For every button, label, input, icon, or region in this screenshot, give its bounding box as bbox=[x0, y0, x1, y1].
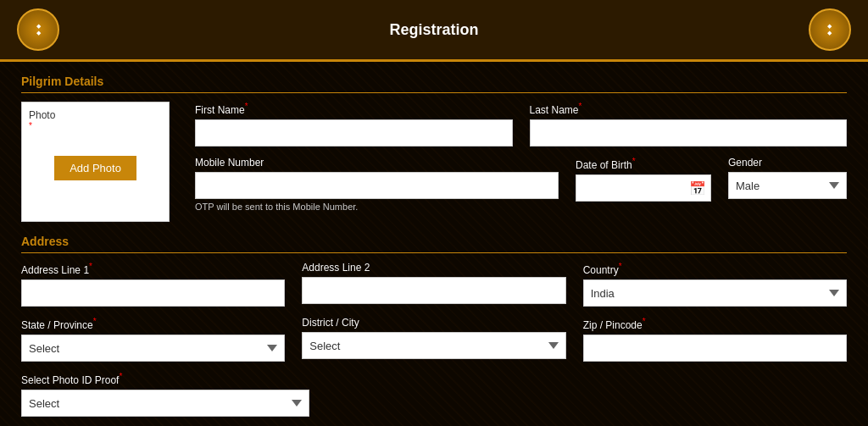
address-line1-label: Address Line 1* bbox=[21, 262, 285, 276]
district-city-group: District / City Select bbox=[302, 317, 565, 359]
dob-label: Date of Birth* bbox=[576, 157, 711, 171]
photo-id-proof-group: Select Photo ID Proof* Select bbox=[21, 372, 309, 417]
address-section-title: Address bbox=[21, 235, 847, 253]
state-province-group: State / Province* Select bbox=[21, 317, 285, 362]
gender-select[interactable]: Male Female Other bbox=[728, 172, 847, 199]
photo-id-proof-select[interactable]: Select bbox=[21, 390, 309, 417]
dob-group: Date of Birth* 📅 bbox=[576, 157, 711, 202]
mobile-number-input[interactable] bbox=[195, 172, 559, 199]
mobile-number-group: Mobile Number OTP will be sent to this M… bbox=[195, 157, 559, 212]
logo-left-area: ◆◆ bbox=[17, 8, 59, 51]
zip-pincode-input[interactable] bbox=[583, 335, 847, 362]
add-photo-button[interactable]: Add Photo bbox=[54, 156, 136, 180]
zip-required: * bbox=[643, 317, 646, 326]
photo-id-proof-label: Select Photo ID Proof* bbox=[21, 372, 309, 386]
district-city-label: District / City bbox=[302, 317, 565, 329]
photo-upload-box: Photo * Add Photo bbox=[21, 102, 170, 222]
state-province-select[interactable]: Select bbox=[21, 335, 285, 362]
photo-id-required: * bbox=[119, 372, 122, 381]
pilgrim-details-section-title: Pilgrim Details bbox=[21, 75, 847, 93]
district-city-select[interactable]: Select bbox=[302, 332, 565, 359]
logo-right-icon: ◆◆ bbox=[809, 8, 851, 51]
first-name-group: First Name* bbox=[195, 102, 513, 147]
mobile-hint-text: OTP will be sent to this Mobile Number. bbox=[195, 202, 559, 212]
address-line1-input[interactable] bbox=[21, 279, 285, 307]
logo-right-area: ◆◆ bbox=[809, 8, 851, 51]
photo-required-star: * bbox=[29, 121, 32, 130]
photo-label: Photo bbox=[29, 109, 55, 121]
mobile-number-label: Mobile Number bbox=[195, 157, 559, 169]
addr1-required: * bbox=[89, 262, 92, 271]
first-name-input[interactable] bbox=[195, 119, 513, 147]
country-select[interactable]: India Other bbox=[583, 279, 847, 307]
zip-pincode-group: Zip / Pincode* bbox=[583, 317, 847, 362]
country-group: Country* India Other bbox=[583, 262, 847, 307]
last-name-input[interactable] bbox=[530, 119, 848, 147]
state-province-label: State / Province* bbox=[21, 317, 285, 331]
page-title: Registration bbox=[389, 21, 478, 39]
zip-pincode-label: Zip / Pincode* bbox=[583, 317, 847, 331]
gender-label: Gender bbox=[728, 157, 847, 169]
dob-input[interactable] bbox=[576, 174, 711, 202]
address-line1-group: Address Line 1* bbox=[21, 262, 285, 307]
gender-group: Gender Male Female Other bbox=[728, 157, 847, 199]
country-required: * bbox=[619, 262, 622, 271]
last-name-group: Last Name* bbox=[530, 102, 848, 147]
address-line2-group: Address Line 2 bbox=[302, 262, 565, 304]
address-line2-input[interactable] bbox=[302, 277, 565, 304]
last-name-label: Last Name* bbox=[530, 102, 848, 116]
logo-left-icon: ◆◆ bbox=[17, 8, 59, 51]
header: ◆◆ Registration ◆◆ bbox=[0, 0, 868, 62]
first-name-required: * bbox=[245, 102, 248, 111]
state-required: * bbox=[93, 317, 97, 326]
dob-required: * bbox=[632, 157, 636, 166]
country-label: Country* bbox=[583, 262, 847, 276]
first-name-label: First Name* bbox=[195, 102, 513, 116]
last-name-required: * bbox=[579, 102, 582, 111]
address-line2-label: Address Line 2 bbox=[302, 262, 565, 274]
